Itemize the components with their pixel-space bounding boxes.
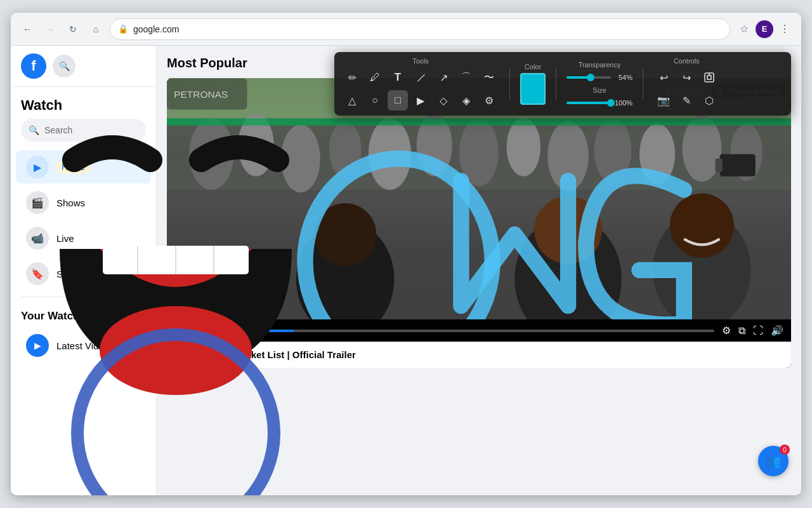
toolbar-divider-1 <box>509 68 510 100</box>
browser-toolbar: ← → ↻ ⌂ 🔒 google.com ☆ E ⋮ <box>11 13 801 46</box>
page-content: f 🔍 Watch 🔍 Search ▶ Home 🎬 Shows 📹 Live <box>11 46 801 495</box>
video-play-button[interactable]: ▶ <box>174 324 182 337</box>
saved-label: Saved Videos <box>56 269 115 279</box>
url-text: google.com <box>133 24 722 34</box>
sidebar-item-live[interactable]: 📹 Live <box>16 222 151 255</box>
toolbar-color-section: Color <box>520 63 546 105</box>
shows-icon: 🎬 <box>26 191 49 214</box>
edit-button[interactable]: ✎ <box>676 90 697 110</box>
color-swatch[interactable] <box>520 73 546 105</box>
size-value: 100% <box>615 99 632 107</box>
video-volume-button[interactable]: 🔊 <box>771 324 783 337</box>
browser-actions: ☆ E ⋮ <box>735 20 794 38</box>
profile-button[interactable]: E <box>756 20 773 38</box>
svg-point-21 <box>670 194 734 258</box>
groups-badge: 0 <box>780 444 790 455</box>
watchlist-item-latest[interactable]: ▶ Latest Videos <box>16 329 151 362</box>
svg-rect-26 <box>720 154 756 177</box>
address-bar[interactable]: 🔒 google.com <box>110 18 730 40</box>
sidebar-item-home[interactable]: ▶ Home <box>16 150 151 184</box>
tool-arrow-button[interactable]: ↗ <box>433 67 454 88</box>
svg-text:PETRONAS: PETRONAS <box>174 89 228 100</box>
video-progress-bar[interactable] <box>247 330 714 332</box>
video-progress-fill <box>247 330 294 332</box>
redo-button[interactable]: ↪ <box>676 67 697 88</box>
browser-window: ← → ↻ ⌂ 🔒 google.com ☆ E ⋮ f 🔍 Watch 🔍 S… <box>11 13 801 495</box>
svg-point-6 <box>369 118 411 189</box>
tool-cursor-button[interactable]: ▶ <box>410 90 431 110</box>
tools-label: Tools <box>412 57 429 65</box>
share-button[interactable]: ⬡ <box>699 90 719 110</box>
color-label: Color <box>525 63 541 70</box>
toolbar-tools-row2: △ ○ □ ▶ ◇ ◈ ⚙ <box>342 90 499 110</box>
more-button[interactable]: ⋮ <box>776 20 794 38</box>
watchlist-latest-label: Latest Videos <box>56 340 114 351</box>
home-button[interactable]: ⌂ <box>87 20 105 38</box>
toolbar-divider-3 <box>643 68 643 100</box>
tool-wave-button[interactable]: 〜 <box>479 67 499 88</box>
tool-line-button[interactable]: — <box>406 63 435 91</box>
toolbar-divider-2 <box>556 68 556 100</box>
transparency-slider-row: 54% <box>566 74 632 81</box>
fb-logo[interactable]: f <box>21 53 46 79</box>
export-icon <box>704 72 715 83</box>
forward-button[interactable]: → <box>41 20 59 38</box>
video-title-bar: Will Smith's Bucket List | Official Trai… <box>167 342 791 368</box>
sidebar-item-saved[interactable]: 🔖 Saved Videos <box>16 257 151 290</box>
svg-rect-15 <box>167 118 791 125</box>
tool-eraser-button[interactable]: ◇ <box>433 90 454 110</box>
tool-text-button[interactable]: T <box>388 67 408 88</box>
video-time-current: 0:06 <box>190 326 206 335</box>
live-label: Live <box>56 233 74 244</box>
refresh-button[interactable]: ↻ <box>64 20 82 38</box>
toolbar-transparency-section: Transparency 54% Size <box>566 61 632 107</box>
video-pip-button[interactable]: ⧉ <box>738 325 745 337</box>
home-icon: ▶ <box>26 156 49 178</box>
tool-fill-button[interactable]: ◈ <box>456 90 476 110</box>
tool-marker-button[interactable]: 🖊 <box>365 67 385 88</box>
annotation-toolbar: Tools ✏ 🖊 T — ↗ ⌒ 〜 △ ○ □ ▶ ◇ ◈ <box>334 52 791 116</box>
size-slider-row: 100% <box>566 99 632 107</box>
search-bar[interactable]: 🔍 Search <box>21 119 146 142</box>
home-label: Home <box>56 161 90 173</box>
sidebar-item-shows[interactable]: 🎬 Shows <box>16 186 151 219</box>
screenshot-button[interactable]: 📷 <box>653 90 674 110</box>
svg-point-19 <box>534 196 602 264</box>
search-placeholder: Search <box>44 125 72 135</box>
size-slider-container: 100% <box>566 99 632 107</box>
svg-point-5 <box>329 121 362 178</box>
groups-icon: 👥 <box>766 453 782 469</box>
fb-search-icon-button[interactable]: 🔍 <box>53 55 75 77</box>
video-fullscreen-button[interactable]: ⛶ <box>753 325 763 337</box>
tool-curve-button[interactable]: ⌒ <box>456 67 476 88</box>
sidebar-divider <box>21 297 146 297</box>
undo-button[interactable]: ↩ <box>653 67 674 88</box>
export-button[interactable] <box>699 67 719 88</box>
transparency-label: Transparency <box>566 61 632 69</box>
transparency-value: 54% <box>615 74 632 81</box>
size-slider[interactable] <box>566 102 611 104</box>
svg-rect-27 <box>716 159 723 172</box>
search-icon: 🔍 <box>29 125 39 135</box>
tool-pen-button[interactable]: ✏ <box>342 67 362 88</box>
bookmark-button[interactable]: ☆ <box>735 20 753 38</box>
tool-rect-button[interactable]: □ <box>388 90 408 110</box>
svg-point-4 <box>281 124 320 192</box>
svg-point-2 <box>189 118 233 189</box>
svg-point-8 <box>459 118 499 186</box>
svg-point-10 <box>547 121 589 191</box>
groups-button[interactable]: 👥 0 <box>758 446 789 476</box>
toolbar-tools-section: Tools ✏ 🖊 T — ↗ ⌒ 〜 △ ○ □ ▶ ◇ ◈ <box>342 57 499 110</box>
video-container: HAAS PETRONAS <box>167 78 791 368</box>
controls-label: Controls <box>674 57 700 65</box>
transparency-slider[interactable] <box>566 76 611 79</box>
toolbar-controls-section: Controls ↩ ↪ 📷 ✎ ⬡ <box>653 57 719 110</box>
svg-point-13 <box>683 116 722 182</box>
tool-settings-button[interactable]: ⚙ <box>479 90 499 110</box>
tool-ellipse-button[interactable]: ○ <box>365 90 385 110</box>
tool-triangle-button[interactable]: △ <box>342 90 362 110</box>
controls-row2: 📷 ✎ ⬡ <box>653 90 719 110</box>
back-button[interactable]: ← <box>18 20 36 38</box>
video-settings-button[interactable]: ⚙ <box>722 324 731 337</box>
svg-point-17 <box>314 203 376 265</box>
